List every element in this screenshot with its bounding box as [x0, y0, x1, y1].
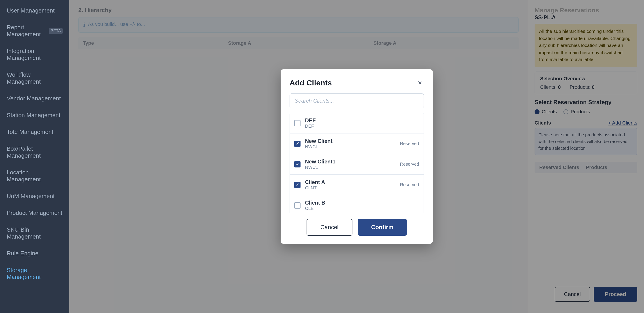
sidebar-item-report-management[interactable]: Report Management BETA	[0, 19, 69, 43]
sidebar-item-storage-management[interactable]: Storage Management	[0, 262, 69, 286]
client-code: NWC1	[305, 165, 396, 170]
sidebar-label: Integration Management	[7, 48, 63, 61]
client-checkbox-clientb[interactable]	[294, 202, 300, 209]
sidebar-item-workflow-management[interactable]: Workflow Management	[0, 66, 69, 90]
list-item[interactable]: DEF DEF	[290, 113, 424, 133]
sidebar-label: UoM Management	[7, 193, 54, 200]
sidebar-item-uom-management[interactable]: UoM Management	[0, 188, 69, 205]
client-info-def: DEF DEF	[305, 117, 419, 129]
sidebar-label: Storage Management	[7, 267, 63, 281]
list-item[interactable]: Client A CLNT Reserved	[290, 175, 424, 195]
client-name: Client B	[305, 200, 419, 206]
sidebar-item-box-pallet-management[interactable]: Box/Pallet Management	[0, 140, 69, 164]
client-name: New Client	[305, 138, 396, 144]
sidebar-item-user-management[interactable]: User Management	[0, 2, 69, 19]
sidebar-item-vendor-management[interactable]: Vendor Management	[0, 90, 69, 107]
client-info-clientb: Client B CLB	[305, 200, 419, 211]
sidebar-label: Vendor Management	[7, 95, 61, 102]
client-list: DEF DEF New Client NWCL Reserved	[290, 113, 424, 213]
client-name: Client A	[305, 179, 396, 185]
sidebar-label: Report Management	[7, 24, 45, 38]
reserved-badge: Reserved	[400, 182, 419, 187]
search-clients-input[interactable]	[290, 93, 424, 108]
sidebar-label: Box/Pallet Management	[7, 145, 63, 159]
sidebar-label: SKU-Bin Management	[7, 226, 63, 240]
list-item[interactable]: New Client NWCL Reserved	[290, 133, 424, 154]
sidebar-label: Workflow Management	[7, 71, 63, 85]
sidebar-label: Station Management	[7, 112, 60, 119]
list-item[interactable]: Client B CLB	[290, 195, 424, 213]
modal-overlay: Add Clients × DEF DEF	[69, 0, 644, 313]
sidebar-item-integration-management[interactable]: Integration Management	[0, 43, 69, 66]
modal-header: Add Clients ×	[290, 78, 424, 87]
sidebar-label: Location Management	[7, 169, 63, 183]
client-code: CLNT	[305, 185, 396, 191]
modal-close-button[interactable]: ×	[416, 78, 424, 87]
client-info-newclient1: New Client1 NWC1	[305, 159, 396, 170]
modal-confirm-button[interactable]: Confirm	[358, 219, 407, 236]
sidebar-item-sku-bin-management[interactable]: SKU-Bin Management	[0, 221, 69, 245]
sidebar-label: User Management	[7, 7, 54, 14]
client-checkbox-clienta[interactable]	[294, 182, 300, 188]
reserved-badge: Reserved	[400, 162, 419, 167]
modal-actions: Cancel Confirm	[290, 219, 424, 236]
client-checkbox-newclient[interactable]	[294, 141, 300, 147]
sidebar-label: Tote Management	[7, 129, 53, 135]
client-code: CLB	[305, 206, 419, 211]
client-checkbox-newclient1[interactable]	[294, 161, 300, 167]
client-info-clienta: Client A CLNT	[305, 179, 396, 191]
sidebar-item-station-management[interactable]: Station Management	[0, 107, 69, 124]
modal-title: Add Clients	[290, 78, 332, 87]
sidebar-item-location-management[interactable]: Location Management	[0, 164, 69, 188]
sidebar-label: Rule Engine	[7, 250, 38, 257]
client-name: DEF	[305, 117, 419, 124]
sidebar: User Management Report Management BETA I…	[0, 0, 69, 313]
sidebar-item-product-management[interactable]: Product Management	[0, 205, 69, 221]
client-name: New Client1	[305, 159, 396, 165]
sidebar-item-rule-engine[interactable]: Rule Engine	[0, 245, 69, 262]
sidebar-item-tote-management[interactable]: Tote Management	[0, 124, 69, 140]
client-code: DEF	[305, 124, 419, 129]
sidebar-label: Product Management	[7, 210, 62, 216]
beta-badge: BETA	[49, 28, 63, 34]
modal-cancel-button[interactable]: Cancel	[306, 219, 352, 236]
add-clients-modal: Add Clients × DEF DEF	[280, 69, 433, 244]
client-info-newclient: New Client NWCL	[305, 138, 396, 149]
reserved-badge: Reserved	[400, 141, 419, 146]
list-item[interactable]: New Client1 NWC1 Reserved	[290, 154, 424, 175]
client-checkbox-def[interactable]	[294, 120, 300, 126]
client-code: NWCL	[305, 144, 396, 149]
